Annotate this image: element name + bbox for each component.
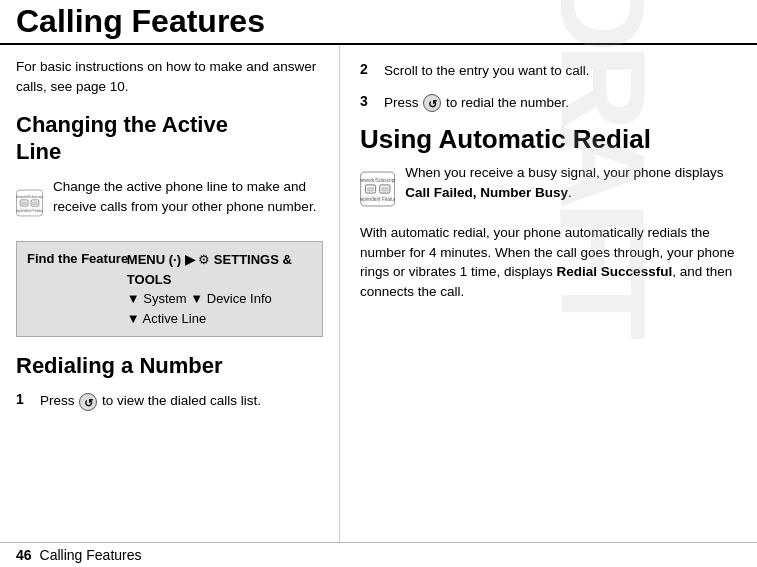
svg-rect-11 xyxy=(367,187,374,192)
page-footer: 46 Calling Features xyxy=(0,542,757,567)
redial-button-icon-2: ↺ xyxy=(423,94,441,112)
step-3: 3 Press ↺ to redial the number. xyxy=(360,93,737,113)
svg-text:Network/Subscriptn: Network/Subscriptn xyxy=(16,195,43,199)
svg-text:Network/Subscriptn: Network/Subscriptn xyxy=(360,179,395,184)
active-line-icon-desc: Change the active phone line to make and… xyxy=(53,177,323,216)
page-header: Calling Features xyxy=(0,0,757,45)
svg-rect-5 xyxy=(32,202,38,206)
active-line-description: Network/Subscriptn Dependent Feature Cha… xyxy=(16,177,323,229)
main-content: For basic instructions on how to make an… xyxy=(0,45,757,542)
find-feature-label: Find the Feature xyxy=(27,250,115,268)
section-heading-redialing: Redialing a Number xyxy=(16,353,323,379)
redial-button-icon-1: ↺ xyxy=(79,393,97,411)
svg-rect-3 xyxy=(21,202,27,206)
section-heading-auto-redial: Using Automatic Redial xyxy=(360,124,737,155)
auto-redial-icon-text: When you receive a busy signal, your pho… xyxy=(405,163,737,202)
step-2: 2 Scroll to the entry you want to call. xyxy=(360,61,737,81)
network-subscription-icon: Network/Subscriptn Dependent Feature xyxy=(16,177,43,229)
left-column: For basic instructions on how to make an… xyxy=(0,45,340,542)
settings-icon-text: ⚙ xyxy=(198,252,214,267)
step-2-number: 2 xyxy=(360,61,376,77)
find-feature-line2: ▼ Active Line xyxy=(127,311,206,326)
page-title: Calling Features xyxy=(16,4,741,39)
step-1-text: Press ↺ to view the dialed calls list. xyxy=(40,391,261,411)
find-feature-box: Find the Feature MENU (·) ▶ ⚙ SETTINGS &… xyxy=(16,241,323,337)
step-3-number: 3 xyxy=(360,93,376,109)
find-feature-path: MENU (·) ▶ ⚙ SETTINGS & TOOLS ▼ System ▼… xyxy=(127,250,312,328)
step-3-text: Press ↺ to redial the number. xyxy=(384,93,569,113)
footer-title: Calling Features xyxy=(40,547,142,563)
svg-text:Dependent Feature: Dependent Feature xyxy=(16,209,43,213)
call-failed-label: Call Failed, Number Busy xyxy=(405,185,568,200)
step-1: 1 Press ↺ to view the dialed calls list. xyxy=(16,391,323,411)
menu-path-bold: MENU (·) ▶ xyxy=(127,252,198,267)
auto-redial-body-text: With automatic redial, your phone automa… xyxy=(360,223,737,301)
redial-successful-label: Redial Successful xyxy=(557,264,673,279)
find-feature-line1: ▼ System ▼ Device Info xyxy=(127,291,272,306)
section-heading-active-line: Changing the ActiveLine xyxy=(16,112,323,165)
right-column: 2 Scroll to the entry you want to call. … xyxy=(340,45,757,542)
page-number: 46 xyxy=(16,547,32,563)
intro-text: For basic instructions on how to make an… xyxy=(16,57,323,96)
svg-rect-13 xyxy=(381,187,388,192)
step-2-text: Scroll to the entry you want to call. xyxy=(384,61,590,81)
step-1-number: 1 xyxy=(16,391,32,407)
auto-redial-description: Network/Subscriptn Dependent Feature Whe… xyxy=(360,163,737,215)
network-subscription-icon-2: Network/Subscriptn Dependent Feature xyxy=(360,163,395,215)
